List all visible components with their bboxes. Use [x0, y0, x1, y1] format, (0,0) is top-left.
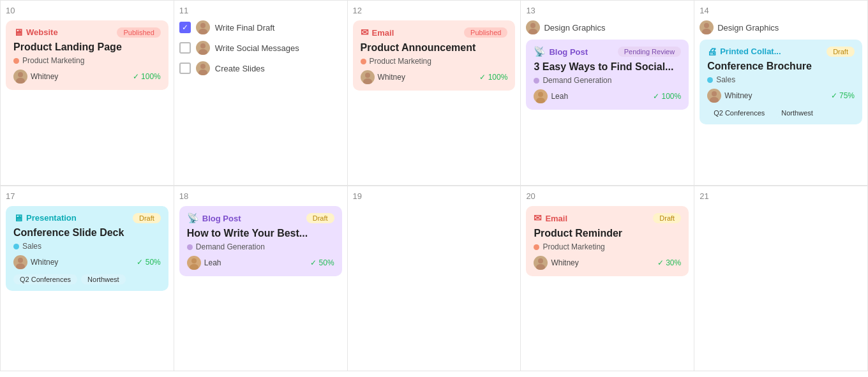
day-cell: 20 ✉ Email Draft Product Reminder Produc…	[521, 186, 694, 371]
day-number: 11	[179, 6, 342, 15]
svg-point-16	[712, 91, 717, 96]
svg-point-20	[191, 258, 197, 263]
card-type: 📡 Blog Post	[534, 46, 588, 57]
header-avatar	[526, 20, 540, 34]
card-email[interactable]: ✉ Email Draft Product Reminder Product M…	[526, 206, 689, 276]
svg-point-8	[365, 73, 370, 78]
card-tag: Product Marketing	[13, 56, 161, 65]
person-name: Leah	[204, 258, 221, 267]
tag-dot	[707, 77, 713, 83]
chip: Q2 Conferences	[707, 108, 771, 118]
card-footer: Whitney ✓ 100%	[361, 70, 508, 84]
person-name: Whitney	[551, 258, 578, 267]
svg-point-7	[198, 70, 207, 75]
svg-point-13	[536, 98, 545, 103]
person-name: Whitney	[31, 72, 58, 81]
day-cell: 17 🖥 Presentation Draft Conference Slide…	[1, 186, 174, 371]
day-header: Design Graphics	[700, 20, 862, 34]
checklist-item[interactable]: ✓ Write Final Draft	[179, 20, 342, 34]
card-type-label: Email	[372, 28, 394, 38]
status-badge: Draft	[306, 213, 334, 223]
svg-point-9	[363, 78, 372, 84]
day-number: 18	[179, 191, 342, 201]
avatar	[196, 20, 210, 34]
day-cell: 18 📡 Blog Post Draft How to Write Your B…	[174, 186, 348, 371]
tag-dot	[361, 59, 366, 64]
person: Whitney	[13, 255, 58, 269]
person-name: Whitney	[724, 91, 752, 100]
svg-point-15	[702, 29, 711, 34]
day-cell: 19	[348, 186, 521, 371]
tag-dot	[534, 78, 539, 84]
day-cell: 12 ✉ Email Published Product Announcemen…	[348, 1, 521, 186]
day-cell: 10 🖥 Website Published Product Landing P…	[1, 1, 174, 186]
presentation-icon: 🖥	[13, 212, 23, 223]
card-type-label: Email	[545, 214, 567, 223]
card-footer: Whitney ✓ 50%	[13, 255, 161, 269]
tag-dot	[187, 244, 193, 250]
avatar	[534, 89, 548, 103]
person: Leah	[534, 89, 568, 103]
checklist-item[interactable]: Write Social Messages	[179, 41, 342, 55]
card-presentation[interactable]: 🖥 Presentation Draft Conference Slide De…	[6, 206, 168, 291]
progress-value: ✓ 100%	[133, 72, 161, 81]
svg-point-22	[538, 258, 543, 263]
tag-label: Product Marketing	[22, 56, 84, 65]
checkbox[interactable]: ✓	[179, 22, 191, 33]
tag-dot	[13, 58, 19, 64]
progress-value: ✓ 100%	[653, 92, 681, 101]
header-label: Design Graphics	[544, 23, 605, 33]
day-cell: 14 Design Graphics 🖨 Printed Collat... D…	[694, 1, 868, 186]
card-tag: Product Marketing	[534, 242, 681, 251]
card-footer: Whitney ✓ 75%	[707, 89, 855, 103]
checklist-label: Write Final Draft	[215, 23, 275, 33]
blog-icon: 📡	[534, 46, 546, 57]
avatar	[196, 61, 210, 75]
checkbox[interactable]	[179, 63, 191, 74]
card-email[interactable]: ✉ Email Published Product Announcement P…	[353, 20, 516, 91]
day-cell: 11 ✓ Write Final Draft Write Social Mess…	[174, 1, 348, 186]
day-number: 10	[6, 6, 168, 15]
progress-value: ✓ 100%	[479, 73, 507, 82]
card-type: 🖨 Printed Collat...	[707, 46, 781, 57]
card-header: ✉ Email Published	[361, 27, 508, 38]
card-website[interactable]: 🖥 Website Published Product Landing Page…	[6, 20, 168, 90]
header-label: Design Graphics	[717, 23, 779, 33]
chip: Northwest	[775, 108, 819, 118]
checklist-item[interactable]: Create Slides	[179, 61, 342, 75]
tag-label: Demand Generation	[196, 242, 265, 251]
card-blog[interactable]: 📡 Blog Post Pending Review 3 Easy Ways t…	[526, 40, 689, 110]
card-header: ✉ Email Draft	[534, 212, 681, 224]
tag-label: Product Marketing	[542, 242, 604, 251]
status-badge: Draft	[827, 47, 855, 57]
card-tag: Product Marketing	[361, 57, 508, 66]
card-header: 🖥 Website Published	[13, 27, 161, 38]
email-icon: ✉	[361, 27, 369, 38]
day-number: 14	[700, 6, 862, 15]
tag-dot	[534, 244, 539, 250]
day-cell: 21	[694, 186, 868, 371]
progress-value: ✓ 50%	[310, 258, 334, 267]
avatar	[13, 70, 27, 84]
person-name: Whitney	[378, 73, 405, 82]
chip: Northwest	[81, 274, 126, 285]
card-header: 🖨 Printed Collat... Draft	[707, 46, 855, 57]
avatar	[707, 89, 721, 103]
checkbox[interactable]	[179, 42, 191, 54]
day-cell: 13 Design Graphics 📡 Blog Post Pending R…	[521, 1, 694, 186]
svg-point-19	[16, 263, 25, 269]
card-printed[interactable]: 🖨 Printed Collat... Draft Conference Bro…	[700, 40, 862, 124]
calendar-row: 17 🖥 Presentation Draft Conference Slide…	[0, 186, 868, 371]
card-blog[interactable]: 📡 Blog Post Draft How to Write Your Best…	[179, 206, 342, 276]
status-badge: Draft	[133, 213, 161, 223]
svg-point-14	[704, 23, 709, 28]
person: Whitney	[707, 89, 752, 103]
status-badge: Published	[464, 27, 507, 38]
card-type-label: Blog Post	[549, 47, 588, 57]
svg-point-12	[538, 92, 543, 97]
card-title: How to Write Your Best...	[187, 228, 334, 239]
progress-value: ✓ 50%	[137, 258, 160, 267]
card-type-label: Website	[26, 27, 58, 37]
card-tag: Sales	[13, 242, 161, 251]
tag-label: Product Marketing	[370, 57, 431, 66]
